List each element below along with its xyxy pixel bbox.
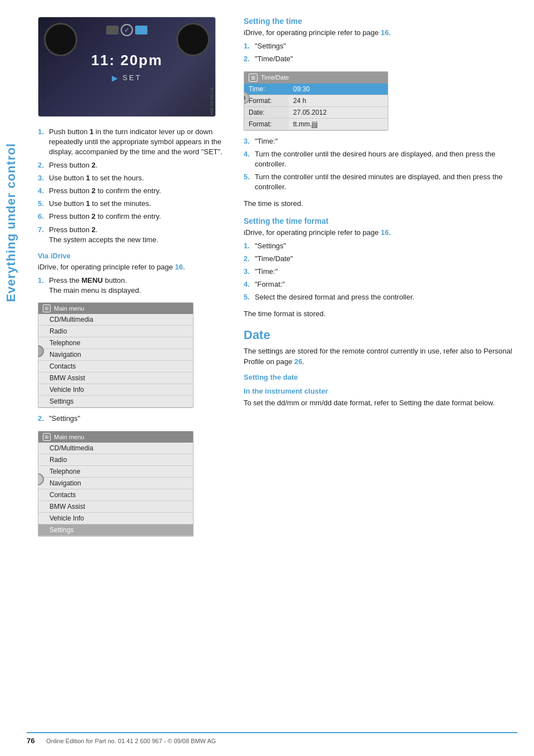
setting-time-steps-2: 3. "Time:" 4. Turn the controller until … xyxy=(244,136,517,193)
step-6: 6. Press button 2 to confirm the entry. xyxy=(38,212,227,222)
step-1: 1. Push button 1 in the turn indicator l… xyxy=(38,127,227,158)
menu-item: Settings xyxy=(38,524,193,536)
timedate-value: tt.mm.jjjj xyxy=(289,119,388,130)
footer: 76 Online Edition for Part no. 01 41 2 6… xyxy=(27,732,517,745)
menu-item: CD/Multimedia xyxy=(38,314,193,326)
stf-step-2: 2. "Time/Date" xyxy=(244,254,517,264)
st-step-3: 3. "Time:" xyxy=(244,136,517,146)
stf-step-1: 1. "Settings" xyxy=(244,241,517,251)
menu-item: Settings xyxy=(38,396,193,408)
setting-date-heading: Setting the date xyxy=(244,373,517,381)
menu-item: Radio xyxy=(38,454,193,466)
via-step-2: 2. "Settings" xyxy=(38,414,227,424)
stf-step-3: 3. "Time:" xyxy=(244,267,517,277)
stf-steps: 1. "Settings" 2. "Time/Date" 3. "Time:" … xyxy=(244,241,517,303)
menu-item: Contacts xyxy=(38,489,193,501)
via-idrive-ref: iDrive, for operating principle refer to… xyxy=(38,262,227,272)
timedate-row: Time:09:30 xyxy=(244,84,388,95)
timedate-row: Format:tt.mm.jjjj xyxy=(244,119,388,130)
menu-item: BMW Assist xyxy=(38,372,193,384)
menu-item: Vehicle Info xyxy=(38,384,193,396)
left-column: ✓ 11: 20pm ▶ SET TC-02-02-094 1. Push bu… xyxy=(38,17,227,542)
cluster-time-display: 11: 20pm xyxy=(91,52,163,69)
menu-header-icon: ⊞ xyxy=(43,305,51,312)
menu-item: Radio xyxy=(38,326,193,337)
timedate-rows: Time:09:30Format:24 hDate:27.05.2012Form… xyxy=(244,84,388,130)
menu-screenshot-2: ⊞ Main menu CD/MultimediaRadioTelephoneN… xyxy=(38,431,194,537)
menu-item: Navigation xyxy=(38,478,193,489)
sidebar-label: Everything under control xyxy=(0,28,22,418)
date-desc: The settings are stored for the remote c… xyxy=(244,346,517,367)
st-step-2: 2. "Time/Date" xyxy=(244,54,517,64)
footer-text: Online Edition for Part no. 01 41 2 600 … xyxy=(46,738,216,744)
section-date: Date The settings are stored for the rem… xyxy=(244,328,517,409)
cluster-inner: 11: 20pm ▶ SET xyxy=(38,17,215,116)
right-column: Setting the time iDrive, for operating p… xyxy=(244,17,517,542)
instrument-cluster-text: To set the dd/mm or mm/dd date format, r… xyxy=(244,397,517,409)
menu-header-2: ⊞ Main menu xyxy=(38,431,193,443)
steps-list-via2: 2. "Settings" xyxy=(38,414,227,424)
step-5: 5. Use button 1 to set the minutes. xyxy=(38,199,227,209)
timedate-label: Date: xyxy=(244,107,289,118)
cluster-set-label: SET xyxy=(122,73,141,82)
stf-ref: iDrive, for operating principle refer to… xyxy=(244,228,517,238)
menu2-items: CD/MultimediaRadioTelephoneNavigationCon… xyxy=(38,443,193,536)
timedate-label: Time: xyxy=(244,84,289,95)
menu-item: CD/Multimedia xyxy=(38,443,193,454)
setting-time-steps: 1. "Settings" 2. "Time/Date" xyxy=(244,41,517,64)
step-2: 2. Press button 2. xyxy=(38,160,227,170)
knob-arrow-icon xyxy=(244,96,245,100)
timedate-label: Format: xyxy=(244,95,289,106)
timedate-row: Date:27.05.2012 xyxy=(244,107,388,119)
menu-item: Telephone xyxy=(38,466,193,478)
step-7: 7. Press button 2.The system accepts the… xyxy=(38,225,227,245)
section-setting-time: Setting the time iDrive, for operating p… xyxy=(244,17,517,208)
setting-time-page[interactable]: 16 xyxy=(380,28,388,37)
via-idrive-page-link[interactable]: 16 xyxy=(175,263,182,271)
steps-list-via: 1. Press the MENU button.The main menu i… xyxy=(38,276,227,296)
section-setting-time-format: Setting the time format iDrive, for oper… xyxy=(244,217,517,318)
via-step-1: 1. Press the MENU button.The main menu i… xyxy=(38,276,227,296)
timedate-header: ⊞ Time/Date xyxy=(244,72,388,84)
cluster-set-row: ▶ SET xyxy=(112,73,141,82)
time-format-stored: The time format is stored. xyxy=(244,310,517,318)
stf-page[interactable]: 16 xyxy=(380,228,388,237)
in-instrument-cluster: In the instrument cluster xyxy=(244,387,517,395)
menu-item: Telephone xyxy=(38,337,193,349)
setting-time-ref: iDrive, for operating principle refer to… xyxy=(244,28,517,38)
step-3: 3. Use button 1 to set the hours. xyxy=(38,173,227,183)
menu-header-1: ⊞ Main menu xyxy=(38,303,193,314)
timedate-header-icon: ⊞ xyxy=(249,73,258,82)
setting-time-heading: Setting the time xyxy=(244,17,517,26)
stf-step-4: 4. "Format:" xyxy=(244,279,517,289)
st-step-4: 4. Turn the controller until the desired… xyxy=(244,149,517,169)
timedate-value: 24 h xyxy=(289,95,388,106)
menu-item: Contacts xyxy=(38,361,193,372)
timedate-screenshot: ⊞ Time/Date Time:09:30Format:24 hDate:27… xyxy=(244,71,388,131)
via-idrive-heading: Via iDrive xyxy=(38,252,227,260)
cluster-image: ✓ 11: 20pm ▶ SET TC-02-02-094 xyxy=(38,17,216,117)
date-heading: Date xyxy=(244,328,517,342)
st-step-5: 5. Turn the controller until the desired… xyxy=(244,172,517,192)
setting-time-format-heading: Setting the time format xyxy=(244,217,517,225)
menu-screenshot-1: ⊞ Main menu CD/MultimediaRadioTelephoneN… xyxy=(38,302,194,408)
footer-page-number: 76 xyxy=(27,737,41,745)
menu1-items: CD/MultimediaRadioTelephoneNavigationCon… xyxy=(38,314,193,408)
time-stored: The time is stored. xyxy=(244,199,517,208)
timedate-row: Format:24 h xyxy=(244,95,388,107)
st-step-1: 1. "Settings" xyxy=(244,41,517,51)
menu-item: BMW Assist xyxy=(38,501,193,513)
watermark: TC-02-02-094 xyxy=(209,87,214,115)
timedate-label: Format: xyxy=(244,119,289,130)
step-4: 4. Press button 2 to confirm the entry. xyxy=(38,186,227,196)
set-arrow-icon: ▶ xyxy=(112,73,118,82)
menu-item: Navigation xyxy=(38,349,193,361)
stf-step-5: 5. Select the desired format and press t… xyxy=(244,292,517,302)
date-page-link[interactable]: 26 xyxy=(294,357,302,366)
timedate-value: 27.05.2012 xyxy=(289,107,388,118)
timedate-value: 09:30 xyxy=(289,84,388,95)
menu-item: Vehicle Info xyxy=(38,513,193,524)
steps-list-main: 1. Push button 1 in the turn indicator l… xyxy=(38,127,227,245)
menu-header-icon-2: ⊞ xyxy=(43,433,51,441)
